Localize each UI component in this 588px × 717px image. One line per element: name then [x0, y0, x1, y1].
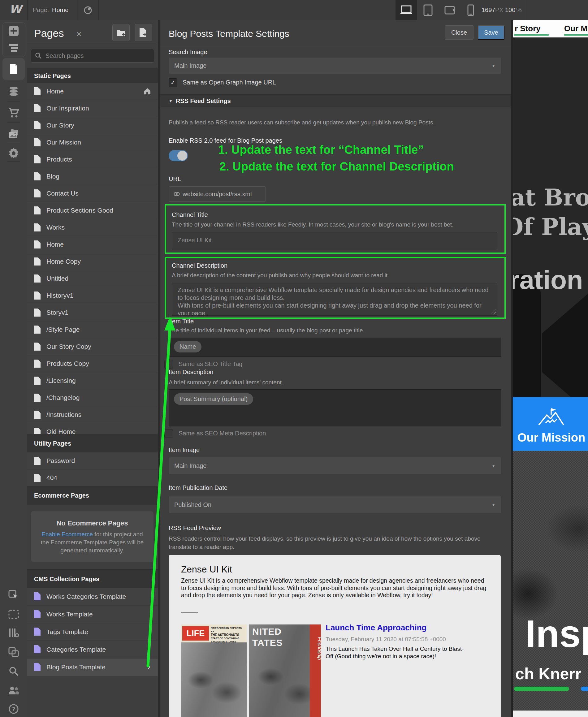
- marquee-tool-icon[interactable]: [7, 608, 20, 620]
- page-row[interactable]: Untitled: [27, 270, 158, 287]
- zoom-value[interactable]: 100: [505, 0, 515, 20]
- page-row[interactable]: Historyv1: [27, 287, 158, 304]
- settings-gear-icon[interactable]: [7, 146, 20, 159]
- canvas-width-value[interactable]: 1697: [482, 0, 496, 20]
- author-name: ch Knerr: [515, 665, 582, 683]
- page-row[interactable]: Home: [27, 236, 158, 253]
- zoom-unit: %: [516, 0, 522, 20]
- page-row-home[interactable]: Home: [27, 83, 158, 100]
- no-ecommerce-title: No Ecommerce Pages: [40, 519, 144, 527]
- assets-icon[interactable]: [7, 128, 20, 140]
- og-image-checkbox[interactable]: ✓: [169, 78, 177, 87]
- page-row[interactable]: Blog: [27, 168, 158, 185]
- nav-link-our-mission[interactable]: Our Missio: [564, 24, 588, 34]
- channel-description-highlight-box: [165, 257, 506, 319]
- article-image-life-cover: LIFE FIRST-PERSON REPORTS BY THE ASTRONA…: [181, 625, 247, 717]
- seo-meta-checkbox-label: Same as SEO Meta Description: [178, 430, 266, 437]
- page-row[interactable]: Product Sections Good: [27, 202, 158, 219]
- audit-panel-icon[interactable]: [7, 627, 20, 639]
- page-bottom-band: [513, 711, 588, 717]
- help-icon[interactable]: ?: [7, 703, 20, 715]
- item-description-field[interactable]: Post Summary (optional): [169, 389, 501, 426]
- add-page-button[interactable]: [134, 24, 152, 41]
- page-row[interactable]: Products Copy: [27, 355, 158, 372]
- page-label: Page:: [33, 0, 49, 20]
- seo-meta-checkbox[interactable]: [164, 429, 173, 438]
- seo-title-checkbox-label: Same as SEO Title Tag: [178, 360, 242, 367]
- item-pub-date-select[interactable]: Published On ▼: [169, 496, 501, 513]
- rss-preview-label: RSS Feed Preview: [169, 525, 221, 532]
- feed-title: Zense UI Kit: [181, 564, 232, 575]
- page-name[interactable]: Home: [52, 0, 68, 20]
- page-row[interactable]: /Licensing: [27, 372, 158, 389]
- page-row[interactable]: Products: [27, 151, 158, 168]
- chevron-down-icon: ▼: [491, 464, 496, 468]
- rss-preview-help: RSS readers control how your feed displa…: [169, 534, 490, 551]
- preview-eye-icon[interactable]: [83, 5, 93, 15]
- cover-line: START OF CONTINUING: [211, 636, 246, 640]
- close-button[interactable]: Close: [445, 25, 474, 40]
- breakpoint-mobile-landscape-icon[interactable]: [439, 0, 461, 20]
- page-row[interactable]: Contact Us: [27, 185, 158, 202]
- chevron-down-icon: ▼: [491, 63, 496, 68]
- page-row[interactable]: /Instructions: [27, 406, 158, 423]
- collapse-triangle-icon: ▼: [169, 99, 173, 103]
- page-row-cms[interactable]: Categories Template: [27, 641, 158, 658]
- link-icon: [173, 191, 180, 197]
- breakpoint-desktop-icon[interactable]: [396, 0, 417, 20]
- page-row-cms[interactable]: Works Template: [27, 606, 158, 623]
- page-row[interactable]: Our Inspiration: [27, 100, 158, 117]
- pages-icon[interactable]: [7, 63, 20, 75]
- post-summary-chip[interactable]: Post Summary (optional): [174, 393, 253, 405]
- select-tool-icon[interactable]: [7, 589, 20, 601]
- breakpoint-tablet-icon[interactable]: [417, 0, 439, 20]
- enable-ecommerce-link[interactable]: Enable Ecommerce: [41, 531, 93, 537]
- rss-feed-settings-section-header[interactable]: ▼ RSS Feed Settings: [160, 94, 511, 107]
- static-pages-header: Static Pages: [27, 68, 158, 84]
- name-field-chip[interactable]: Name: [174, 341, 202, 353]
- utility-pages-header: Utility Pages: [27, 434, 158, 453]
- pages-search[interactable]: [31, 49, 154, 63]
- components-icon[interactable]: [7, 646, 20, 658]
- page-row[interactable]: Our Story Copy: [27, 338, 158, 355]
- page-row[interactable]: Our Story: [27, 117, 158, 134]
- close-pages-panel-icon[interactable]: ×: [76, 29, 82, 39]
- item-title-help: The title of individual items in your fe…: [169, 327, 364, 334]
- page-row[interactable]: /Style Page: [27, 321, 158, 338]
- page-row[interactable]: Home Copy: [27, 253, 158, 270]
- page-row-cms[interactable]: Works Categories Template: [27, 588, 158, 606]
- rss-url-chip[interactable]: website.com/post/rss.xml: [169, 186, 266, 202]
- page-row-cms[interactable]: Tags Template: [27, 623, 158, 641]
- cms-collections-icon[interactable]: [7, 85, 20, 98]
- page-row[interactable]: Storyv1: [27, 304, 158, 321]
- search-pages-input[interactable]: [45, 52, 148, 60]
- page-row[interactable]: 404: [27, 469, 158, 486]
- navigator-icon[interactable]: [7, 42, 20, 54]
- search-image-select[interactable]: Main Image ▼: [169, 57, 501, 74]
- item-image-select[interactable]: Main Image ▼: [169, 457, 501, 475]
- pages-panel: Pages × Static Pages: [27, 20, 158, 717]
- add-elements-icon[interactable]: [7, 25, 20, 37]
- page-row[interactable]: Password: [27, 452, 158, 469]
- ecommerce-icon[interactable]: [7, 107, 20, 119]
- page-row[interactable]: Works: [27, 219, 158, 236]
- our-mission-tile[interactable]: Our Mission: [513, 397, 588, 451]
- blue-accent-bar: [581, 687, 588, 691]
- cover-ribbon-text: Friendship: [317, 637, 321, 648]
- cover-kicker: FIRST-PERSON REPORTS BY: [211, 626, 246, 633]
- save-button[interactable]: Save: [478, 25, 504, 40]
- article-title-link[interactable]: Launch Time Approaching: [326, 623, 426, 633]
- search-image-label: Search Image: [169, 48, 207, 56]
- webflow-logo[interactable]: W: [9, 3, 22, 16]
- item-title-field[interactable]: Name: [169, 338, 501, 357]
- nav-link-our-story[interactable]: r Story: [514, 24, 541, 34]
- add-folder-button[interactable]: [112, 24, 130, 41]
- enable-rss-toggle[interactable]: [169, 150, 188, 161]
- breakpoint-mobile-icon[interactable]: [460, 0, 482, 20]
- search-tool-icon[interactable]: [7, 665, 20, 677]
- page-row-blog-posts-template[interactable]: Blog Posts Template ›: [27, 658, 158, 676]
- page-row[interactable]: Our Mission: [27, 134, 158, 151]
- seo-title-checkbox[interactable]: [164, 360, 173, 368]
- page-row[interactable]: /Changelog: [27, 389, 158, 406]
- community-icon[interactable]: [7, 684, 20, 697]
